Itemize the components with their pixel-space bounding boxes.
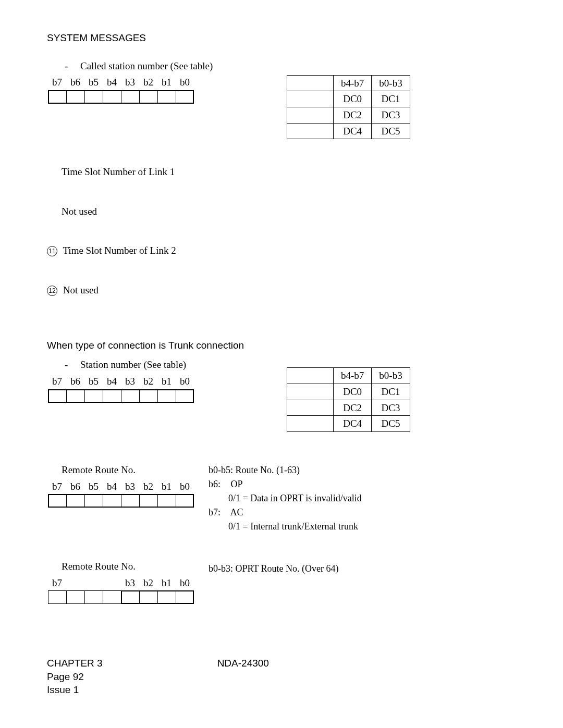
remote1-desc-b6: b6: OP xyxy=(209,477,516,491)
bit-cell xyxy=(103,494,121,508)
circled-number-icon: 12 xyxy=(47,286,57,296)
dc-cell: DC2 xyxy=(334,107,372,123)
section-heading-trunk: When type of connection is Trunk connect… xyxy=(47,339,516,352)
bit-cell xyxy=(121,494,139,508)
dc-empty-cell xyxy=(287,416,334,432)
dash-mark: - xyxy=(62,358,80,372)
bit-label: b1 xyxy=(157,576,176,590)
line-item-link1: Time Slot Number of Link 1 xyxy=(47,165,516,179)
dc-empty-cell xyxy=(287,123,334,139)
dc-empty-cell xyxy=(287,91,334,107)
bit-label: b2 xyxy=(139,76,157,89)
dc-cell: DC5 xyxy=(372,123,410,139)
bit-label: b6 xyxy=(66,375,84,388)
bit-header-2: b7 b6 b5 b4 b3 b2 b1 b0 xyxy=(48,375,266,388)
desc-value: OP xyxy=(231,479,243,489)
dash-text: Station number (See table) xyxy=(80,358,266,372)
bit-label: b4 xyxy=(103,375,121,388)
dash-item-station: - Station number (See table) xyxy=(62,358,266,372)
bit-label: b5 xyxy=(84,375,103,388)
remote-route-title: Remote Route No. xyxy=(47,560,203,573)
remote1-desc-b6-sub: 0/1 = Data in OPRT is invalid/valid xyxy=(209,491,516,505)
bit-label: b1 xyxy=(157,375,176,388)
bit-cell xyxy=(103,590,121,604)
desc-value: AC xyxy=(230,507,243,517)
bit-label: b1 xyxy=(157,76,176,89)
bit-header-3: b7 b6 b5 b4 b3 b2 b1 b0 xyxy=(48,480,203,493)
bit-cell xyxy=(48,389,66,403)
bit-row-3 xyxy=(48,494,203,508)
remote2-desc: b0-b3: OPRT Route No. (Over 64) xyxy=(209,562,516,576)
bit-label: b3 xyxy=(121,480,139,493)
bit-label xyxy=(66,576,84,590)
bit-label: b7 xyxy=(48,480,66,493)
bit-cell xyxy=(121,590,139,604)
bit-cell xyxy=(121,389,139,403)
bit-cell xyxy=(84,494,103,508)
bit-cell xyxy=(139,590,157,604)
line-item-text: Time Slot Number of Link 2 xyxy=(63,245,176,256)
bit-label: b3 xyxy=(121,375,139,388)
section-remote-route-1: Remote Route No. b7 b6 b5 b4 b3 b2 b1 b0 xyxy=(47,463,516,534)
bit-cell xyxy=(48,494,66,508)
dc-cell: DC0 xyxy=(334,91,372,107)
footer-page: Page 92 xyxy=(47,670,103,684)
bit-cell xyxy=(139,494,157,508)
page-footer: CHAPTER 3 Page 92 Issue 1 NDA-24300 xyxy=(47,657,516,697)
bit-label: b3 xyxy=(121,76,139,89)
bit-cell xyxy=(84,590,103,604)
remote1-desc-b7: b7: AC xyxy=(209,505,516,520)
dc-empty-cell xyxy=(287,400,334,416)
bit-cell xyxy=(121,90,139,104)
dc-cell: DC4 xyxy=(334,123,372,139)
dc-cell: DC3 xyxy=(372,400,410,416)
bit-label: b6 xyxy=(66,76,84,89)
bit-cell xyxy=(157,389,176,403)
bit-cell xyxy=(103,90,121,104)
bit-header-1: b7 b6 b5 b4 b3 b2 b1 b0 xyxy=(48,76,266,89)
bit-label: b2 xyxy=(139,375,157,388)
bit-cell xyxy=(176,90,194,104)
dc-cell: DC3 xyxy=(372,107,410,123)
footer-issue: Issue 1 xyxy=(47,683,103,697)
bit-cell xyxy=(48,90,66,104)
bit-label: b1 xyxy=(157,480,176,493)
bit-cell xyxy=(84,389,103,403)
dc-cell: DC2 xyxy=(334,400,372,416)
dc-cell: DC4 xyxy=(334,416,372,432)
remote1-desc-b7-sub: 0/1 = Internal trunk/External trunk xyxy=(209,520,516,534)
dc-empty-cell xyxy=(287,107,334,123)
bit-label: b2 xyxy=(139,480,157,493)
bit-label: b0 xyxy=(176,375,194,388)
bit-label: b7 xyxy=(48,375,66,388)
dc-empty-cell xyxy=(287,368,334,384)
bit-cell xyxy=(66,90,84,104)
remote1-desc-b0b5: b0-b5: Route No. (1-63) xyxy=(209,463,516,477)
bit-cell xyxy=(176,590,194,604)
bit-label: b7 xyxy=(48,576,66,590)
section-called-station: - Called station number (See table) b7 b… xyxy=(47,59,516,140)
line-item-text: Not used xyxy=(63,285,99,295)
bit-row-4 xyxy=(48,590,203,604)
dc-cell: DC1 xyxy=(372,384,410,400)
bit-cell xyxy=(139,389,157,403)
bit-cell xyxy=(48,590,66,604)
desc-label: b7: xyxy=(209,505,228,520)
bit-header-4: b7 b3 b2 b1 b0 xyxy=(48,576,203,590)
dc-cell: DC0 xyxy=(334,384,372,400)
footer-doc-number: NDA-24300 xyxy=(217,657,516,670)
dc-table-2: b4-b7 b0-b3 DC0 DC1 DC2 DC3 DC4 DC5 xyxy=(287,367,410,432)
line-item-circled-11: 11 Time Slot Number of Link 2 xyxy=(47,244,516,257)
page: SYSTEM MESSAGES - Called station number … xyxy=(0,0,563,728)
bit-label: b0 xyxy=(176,76,194,89)
bit-cell xyxy=(176,494,194,508)
bit-row-1 xyxy=(48,90,266,104)
dc-header-cell: b4-b7 xyxy=(334,368,372,384)
bit-cell xyxy=(157,90,176,104)
bit-label xyxy=(84,576,103,590)
dash-text: Called station number (See table) xyxy=(80,59,226,73)
dash-mark: - xyxy=(62,59,80,73)
bit-cell xyxy=(66,494,84,508)
bit-cell xyxy=(84,90,103,104)
dc-header-cell: b0-b3 xyxy=(372,368,410,384)
